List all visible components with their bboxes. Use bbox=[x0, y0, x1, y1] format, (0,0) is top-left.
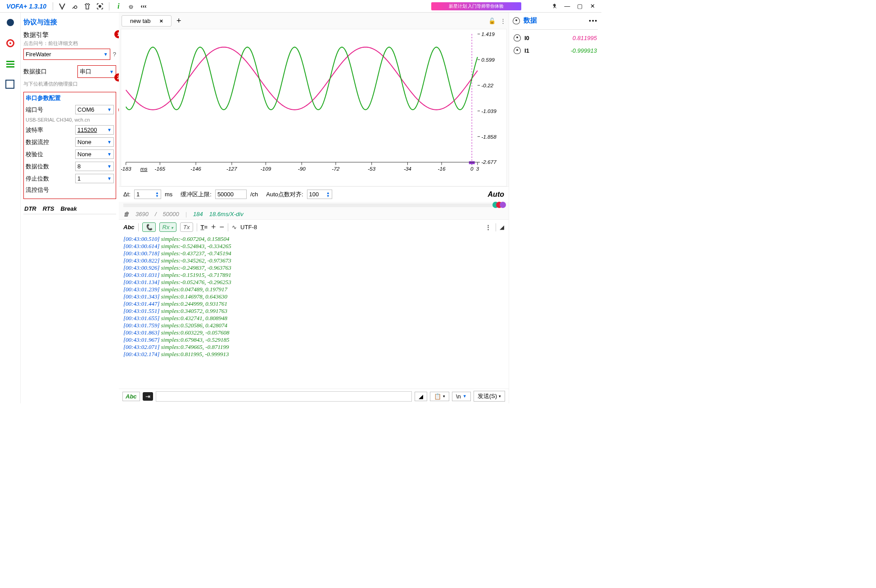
flow-label: 数据流控 bbox=[26, 138, 49, 146]
flow-select[interactable]: None▼ bbox=[75, 137, 114, 147]
dtr-toggle[interactable]: DTR bbox=[24, 205, 36, 212]
svg-text:-183: -183 bbox=[121, 166, 131, 172]
v-icon[interactable] bbox=[57, 1, 67, 11]
progress-bar[interactable] bbox=[123, 204, 504, 207]
rail-menu-icon[interactable] bbox=[4, 58, 17, 70]
svg-text:-90: -90 bbox=[298, 166, 306, 172]
rail-record-icon[interactable] bbox=[4, 37, 17, 50]
log-line: [00:43:00.510] simples:-0.607204, 0.1585… bbox=[123, 235, 504, 243]
buf-input[interactable]: 50000 bbox=[215, 190, 247, 199]
wave-icon[interactable]: ∿ bbox=[232, 224, 237, 231]
text-format-icon[interactable]: T≡ bbox=[201, 224, 208, 231]
plus-icon[interactable]: + bbox=[211, 222, 216, 232]
log-more-icon[interactable]: ⋮ bbox=[485, 224, 492, 231]
tab-bar: new tab × + 🔓 ⋮ bbox=[119, 13, 509, 29]
promo-banner[interactable]: 新星计划 入门导师带你体验 bbox=[431, 2, 521, 10]
data-row[interactable]: I00.811995 bbox=[513, 32, 598, 44]
engine-title: 数据引擎 bbox=[23, 31, 116, 39]
svg-text:-165: -165 bbox=[155, 166, 166, 172]
databits-select[interactable]: 8▼ bbox=[75, 162, 114, 171]
send-history-button[interactable]: 📋 ▾ bbox=[430, 392, 449, 401]
svg-text:-34: -34 bbox=[404, 166, 412, 172]
log-line: [00:43:01.031] simples:-0.151915, -0.717… bbox=[123, 271, 504, 279]
data-panel: 数据 ••• I00.811995I1-0.999913 bbox=[509, 13, 601, 403]
rts-toggle[interactable]: RTS bbox=[43, 205, 54, 212]
encoding-label[interactable]: UTF-8 bbox=[240, 224, 257, 231]
svg-point-0 bbox=[99, 5, 101, 8]
tab-close-icon[interactable]: × bbox=[160, 18, 163, 24]
send-abc-toggle[interactable]: Abc bbox=[122, 392, 140, 401]
align-label: Auto点数对齐: bbox=[266, 190, 303, 199]
dt-input[interactable]: 1▲▼ bbox=[134, 190, 161, 199]
auto-button[interactable]: Auto bbox=[488, 190, 504, 199]
rail-connect-icon[interactable] bbox=[4, 16, 17, 29]
parity-label: 校验位 bbox=[26, 150, 43, 158]
info-icon[interactable]: i bbox=[113, 1, 123, 11]
svg-text:-16: -16 bbox=[438, 166, 446, 172]
trash-icon[interactable]: 🗑 bbox=[123, 211, 129, 217]
eye-icon[interactable] bbox=[513, 17, 520, 24]
engine-help-icon[interactable]: ? bbox=[113, 51, 116, 58]
log-toolbar: Abc 📞 Rx ▾ Tx T≡ + − ∿ UTF-8 ⋮ ◢ bbox=[119, 219, 509, 235]
send-bar: Abc ⇥ ◢ 📋 ▾ \n ▼ 发送(S) ▾ bbox=[119, 389, 509, 403]
engine-select[interactable]: FireWater▼ bbox=[23, 49, 110, 60]
svg-text:0: 0 bbox=[470, 166, 474, 172]
center-area: new tab × + 🔓 ⋮ -183-165-146-127-109-90-… bbox=[119, 13, 509, 403]
stopbits-select[interactable]: 1▼ bbox=[75, 174, 114, 183]
log-line: [00:43:01.343] simples:0.146978, 0.64363… bbox=[123, 293, 504, 300]
rx-chip[interactable]: Rx ▾ bbox=[159, 222, 177, 232]
tab-new[interactable]: new tab × bbox=[122, 15, 172, 27]
minus-icon[interactable]: − bbox=[220, 222, 225, 232]
wrench-icon[interactable] bbox=[70, 1, 80, 11]
log-area[interactable]: [00:43:00.510] simples:-0.607204, 0.1585… bbox=[119, 235, 509, 389]
baud-select[interactable]: 115200▼ bbox=[75, 125, 114, 135]
dt-label: Δt: bbox=[123, 191, 131, 198]
port-label: 端口号 bbox=[26, 106, 43, 114]
pin-icon[interactable] bbox=[550, 1, 560, 11]
close-button[interactable]: ✕ bbox=[586, 1, 599, 11]
send-mode-toggle[interactable]: ⇥ bbox=[143, 392, 153, 401]
data-panel-title: 数据 bbox=[524, 16, 537, 25]
svg-text:-72: -72 bbox=[332, 166, 340, 172]
send-button[interactable]: 发送(S) ▾ bbox=[474, 391, 505, 402]
send-erase-button[interactable]: ◢ bbox=[415, 392, 427, 401]
collapse-icon[interactable]: ‹‹‹ bbox=[139, 1, 149, 11]
eye-icon[interactable] bbox=[514, 47, 521, 54]
log-line: [00:43:00.718] simples:-0.437237, -0.745… bbox=[123, 250, 504, 257]
lock-icon[interactable]: 🔓 bbox=[488, 18, 496, 24]
app-title: VOFA+ 1.3.10 bbox=[6, 3, 46, 10]
data-panel-more-icon[interactable]: ••• bbox=[589, 17, 598, 24]
interface-select[interactable]: 串口▼ bbox=[77, 65, 116, 78]
chart[interactable]: -183-165-146-127-109-90-72-53-34-1603ms1… bbox=[121, 29, 507, 186]
log-line: [00:43:01.134] simples:-0.052476, -0.296… bbox=[123, 279, 504, 286]
newline-select[interactable]: \n ▼ bbox=[452, 392, 471, 401]
fingerprint-icon[interactable] bbox=[126, 1, 136, 11]
tab-more-icon[interactable]: ⋮ bbox=[500, 18, 506, 24]
data-row[interactable]: I1-0.999913 bbox=[513, 44, 598, 57]
minimize-button[interactable]: — bbox=[561, 1, 573, 11]
rail-copy-icon[interactable] bbox=[4, 78, 17, 91]
eye-icon[interactable] bbox=[514, 34, 521, 41]
svg-text:0.599: 0.599 bbox=[481, 57, 495, 63]
svg-text:-2.677: -2.677 bbox=[481, 159, 497, 165]
port-select[interactable]: COM6▼ bbox=[75, 105, 114, 114]
config-panel: 协议与连接 1 数据引擎 点击问号：前往详细文档 FireWater▼ ? 2 … bbox=[21, 13, 119, 403]
svg-text:-53: -53 bbox=[368, 166, 376, 172]
chart-controls: Δt: 1▲▼ ms 缓冲区上限: 50000 /ch Auto点数对齐: 10… bbox=[119, 186, 509, 202]
maximize-button[interactable]: ▢ bbox=[573, 1, 586, 11]
tab-add-button[interactable]: + bbox=[173, 15, 184, 26]
focus-icon[interactable] bbox=[95, 1, 105, 11]
interface-title: 数据接口 bbox=[23, 68, 47, 76]
tx-chip[interactable]: Tx bbox=[180, 222, 193, 232]
break-toggle[interactable]: Break bbox=[60, 205, 77, 212]
log-line: [00:43:02.174] simples:0.811995, -0.9999… bbox=[123, 351, 504, 358]
config-header: 协议与连接 bbox=[23, 18, 116, 27]
align-input[interactable]: 100▲▼ bbox=[307, 190, 332, 199]
log-line: [00:43:01.759] simples:0.520586, 0.42807… bbox=[123, 322, 504, 329]
parity-select[interactable]: None▼ bbox=[75, 149, 114, 159]
shirt-icon[interactable] bbox=[82, 1, 92, 11]
send-input[interactable] bbox=[156, 391, 412, 402]
abc-toggle[interactable]: Abc bbox=[123, 224, 135, 231]
eraser-icon[interactable]: ◢ bbox=[500, 224, 504, 231]
phone-chip[interactable]: 📞 bbox=[142, 222, 156, 232]
